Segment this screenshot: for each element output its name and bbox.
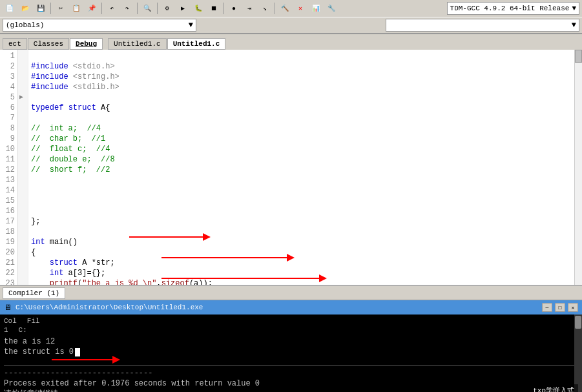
line-9: // float c; //4 <box>31 145 110 154</box>
sep3 <box>137 3 138 14</box>
tab-untitled1c-2[interactable]: Untitled1.c <box>167 38 226 50</box>
compile-btn[interactable]: ⚙ <box>160 1 174 15</box>
line-22: printf("the a is %d \n",sizeof(a)); <box>31 279 213 285</box>
tab-ect[interactable]: ect <box>3 38 27 50</box>
sep5 <box>223 3 224 14</box>
console-window: 🖥 C:\Users\Administrator\Desktop\Untitle… <box>0 300 582 392</box>
sep1 <box>50 3 51 14</box>
compiler-dropdown[interactable]: TDM-GCC 4.9.2 64-bit Release ▼ <box>447 2 579 15</box>
tab-classes[interactable]: Classes <box>28 38 69 50</box>
step-over-btn[interactable]: ⇥ <box>242 1 256 15</box>
globals-dropdown[interactable]: (globals) ▼ <box>3 19 196 32</box>
file-val: C: <box>19 326 27 334</box>
console-controls: ─ □ ✕ <box>542 303 578 312</box>
sep6 <box>275 3 275 14</box>
console-separator-dashes: -------------------------------- <box>4 368 578 378</box>
line-3: #include <stdlib.h> <box>31 83 120 92</box>
cursor-block <box>75 348 80 356</box>
search-btn[interactable]: 🔍 <box>140 1 154 15</box>
watermark: txp学嵌入式 <box>529 384 578 392</box>
line-5: typedef struct A{ <box>31 103 110 112</box>
line-19: { <box>31 248 36 257</box>
sep4 <box>157 3 158 14</box>
compiler-label: TDM-GCC 4.9.2 64-bit Release <box>450 5 570 12</box>
redo-btn[interactable]: ↷ <box>120 1 134 15</box>
build-all-btn[interactable]: 🔨 <box>278 1 292 15</box>
file-label: Fil <box>27 317 40 325</box>
extra-btn[interactable]: 🔧 <box>324 1 338 15</box>
editor-scrollbar[interactable] <box>574 50 582 285</box>
line-numbers: 1 2 3 4 5 6 7 8 9 10 11 12 13 14 15 16 1… <box>0 50 18 285</box>
sep2 <box>101 3 102 14</box>
console-prompt-line: 请按任意键继续. . . <box>4 389 578 392</box>
code-area[interactable]: #include <stdio.h> #include <string.h> #… <box>28 50 574 285</box>
editor-wrapper: 1 2 3 4 5 6 7 8 9 10 11 12 13 14 15 16 1… <box>0 50 582 285</box>
console-maximize-btn[interactable]: □ <box>555 303 565 312</box>
error-btn[interactable]: ✕ <box>293 1 307 15</box>
globals-label: (globals) <box>6 21 44 29</box>
copy-btn[interactable]: 📋 <box>69 1 83 15</box>
cut-btn[interactable]: ✂ <box>54 1 68 15</box>
line-16: }; <box>31 217 40 226</box>
console-title: C:\Users\Administrator\Desktop\Untitled1… <box>16 304 203 311</box>
fold-column: ▶ ▼ <box>18 50 28 285</box>
new-file-btn[interactable]: 📄 <box>3 1 17 15</box>
col-file-row2: 1 C: <box>4 326 578 334</box>
second-dropdown[interactable]: ▼ <box>386 19 579 32</box>
line-2: #include <string.h> <box>31 72 120 81</box>
console-icon: 🖥 <box>4 303 12 313</box>
line-10: // double e; //8 <box>31 155 115 164</box>
line-7: // int a; //4 <box>31 124 101 133</box>
console-titlebar: 🖥 C:\Users\Administrator\Desktop\Untitle… <box>0 300 582 315</box>
paste-btn[interactable]: 📌 <box>85 1 99 15</box>
console-process-line: Process exited after 0.1976 seconds with… <box>4 378 578 389</box>
ide-tabs-bar: ect Classes Debug Untitled1.c Untitled1.… <box>0 34 582 50</box>
step-into-btn[interactable]: ↘ <box>258 1 272 15</box>
console-line-1: the a is 12 <box>4 336 578 347</box>
console-status-row: Col Fil <box>4 317 578 325</box>
open-file-btn[interactable]: 📂 <box>18 1 32 15</box>
run-btn[interactable]: ▶ <box>176 1 190 15</box>
line-1: #include <stdio.h> <box>31 62 115 71</box>
stop-btn[interactable]: ⏹ <box>207 1 221 15</box>
line-11: // short f; //2 <box>31 165 110 174</box>
debug-btn[interactable]: 🐛 <box>191 1 205 15</box>
breakpoint-btn[interactable]: ● <box>227 1 241 15</box>
console-spacer <box>4 357 578 362</box>
console-body: Col Fil 1 C: the a is 12 the struct is 0 <box>0 315 582 392</box>
col-val: 1 <box>4 326 8 334</box>
tab-debug[interactable]: Debug <box>70 38 103 50</box>
console-scrollbar[interactable] <box>574 315 582 392</box>
undo-btn[interactable]: ↶ <box>105 1 119 15</box>
save-btn[interactable]: 💾 <box>34 1 48 15</box>
compiler-tab-label: Compiler (1) <box>8 289 59 297</box>
bottom-tabs-bar: Compiler (1) <box>0 285 582 300</box>
compiler-tab[interactable]: Compiler (1) <box>3 287 65 299</box>
console-minimize-btn[interactable]: ─ <box>542 303 552 312</box>
main-area: 1 2 3 4 5 6 7 8 9 10 11 12 13 14 15 16 1… <box>0 50 582 392</box>
console-line-2: the struct is 0 <box>4 347 74 357</box>
line-18: int main() <box>31 238 78 247</box>
toolbar-row2: (globals) ▼ ▼ <box>0 17 582 34</box>
chart-btn[interactable]: 📊 <box>309 1 323 15</box>
line-21: int a[3]={}; <box>31 269 105 278</box>
toolbar-row1: 📄 📂 💾 ✂ 📋 📌 ↶ ↷ 🔍 ⚙ ▶ 🐛 ⏹ ● ⇥ ↘ 🔨 ✕ 📊 🔧 … <box>0 0 582 17</box>
console-close-btn[interactable]: ✕ <box>568 303 578 312</box>
console-line-2-row: the struct is 0 <box>4 347 578 357</box>
console-separator <box>4 365 578 366</box>
tab-untitled1c-1[interactable]: Untitled1.c <box>108 38 167 50</box>
col-label: Col <box>4 317 17 325</box>
line-20: struct A *str; <box>31 258 115 267</box>
bottom-panel: Compiler (1) 🖥 C:\Users\Administrator\De… <box>0 285 582 392</box>
line-8: // char b; //1 <box>31 134 105 143</box>
